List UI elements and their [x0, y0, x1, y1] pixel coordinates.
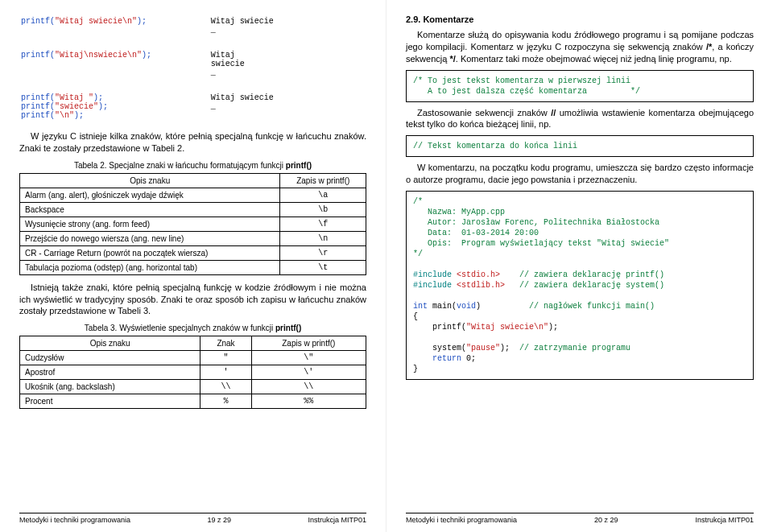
- example-code: printf("Witaj\nswiecie\n");: [21, 50, 209, 78]
- th: Opis znaku: [20, 336, 200, 351]
- code-block: /* To jest tekst komentarza w pierwszej …: [406, 70, 754, 102]
- footer-doc: Instrukcja MITP01: [695, 516, 754, 524]
- table-caption: Tabela 2. Specjalne znaki w łańcuchu for…: [19, 161, 366, 170]
- footer-right: Metodyki i techniki programowania 20 z 2…: [406, 513, 754, 524]
- table-row: Ukośnik (ang. backslash)\\\\: [20, 380, 366, 394]
- paragraph: W komentarzu, na początku kodu programu,…: [406, 162, 754, 186]
- footer-left: Metodyki i techniki programowania 19 z 2…: [19, 513, 366, 524]
- th: Zapis w printf(): [280, 173, 366, 188]
- content-left: printf("Witaj swiecie\n"); Witaj swiecie…: [19, 14, 366, 513]
- example-code: printf("Witaj swiecie\n");: [21, 16, 209, 35]
- paragraph: Zastosowanie sekwencji znaków // umożliw…: [406, 107, 754, 131]
- section-heading: 2.9. Komentarze: [406, 14, 754, 24]
- footer-page: 20 z 29: [594, 516, 618, 524]
- table-row: Przejście do nowego wiersza (ang. new li…: [20, 231, 366, 245]
- paragraph: Komentarze służą do opisywania kodu źród…: [406, 29, 754, 65]
- table-row: CR - Carriage Return (powrót na początek…: [20, 245, 366, 260]
- page-left: printf("Witaj swiecie\n"); Witaj swiecie…: [0, 0, 386, 532]
- paragraph: W języku C istnieje kilka znaków, które …: [19, 130, 366, 155]
- footer-page: 19 z 29: [208, 516, 232, 524]
- th: Zapis w printf(): [251, 336, 366, 351]
- table-row: Procent%%%: [20, 394, 366, 409]
- table-3: Opis znaku Znak Zapis w printf() Cudzysł…: [19, 336, 366, 409]
- code-examples: printf("Witaj swiecie\n"); Witaj swiecie…: [19, 14, 366, 122]
- code-block: // Tekst komentarza do końca linii: [406, 135, 754, 157]
- table-row: Alarm (ang. alert), głośniczek wydaje dź…: [20, 188, 366, 202]
- page-right: 2.9. Komentarze Komentarze służą do opis…: [386, 0, 773, 532]
- example-output: Witaj swiecie_: [211, 93, 365, 121]
- footer-title: Metodyki i techniki programowania: [19, 516, 130, 524]
- footer-doc: Instrukcja MITP01: [308, 516, 366, 524]
- table-2: Opis znaku Zapis w printf() Alarm (ang. …: [19, 173, 366, 275]
- example-code: printf("Witaj ");printf("swiecie");print…: [21, 93, 209, 121]
- example-output: Witajswiecie_: [211, 50, 365, 78]
- footer-title: Metodyki i techniki programowania: [406, 516, 517, 524]
- table-row: Cudzysłów"\": [20, 351, 366, 365]
- table-row: Tabulacja pozioma (odstęp) (ang. horizon…: [20, 260, 366, 274]
- code-block-main: /* Nazwa: MyApp.cpp Autor: Jarosław Fore…: [406, 191, 754, 380]
- table-caption: Tabela 3. Wyświetlenie specjalnych znakó…: [19, 324, 366, 332]
- example-output: Witaj swiecie_: [211, 16, 365, 35]
- th: Znak: [200, 336, 251, 351]
- th: Opis znaku: [20, 173, 280, 188]
- table-row: Apostrof'\': [20, 365, 366, 380]
- table-row: Backspace\b: [20, 202, 366, 217]
- paragraph: Istnieją także znaki, które pełnią specj…: [19, 282, 366, 318]
- content-right: 2.9. Komentarze Komentarze służą do opis…: [406, 14, 754, 513]
- table-row: Wysunięcie strony (ang. form feed)\f: [20, 217, 366, 231]
